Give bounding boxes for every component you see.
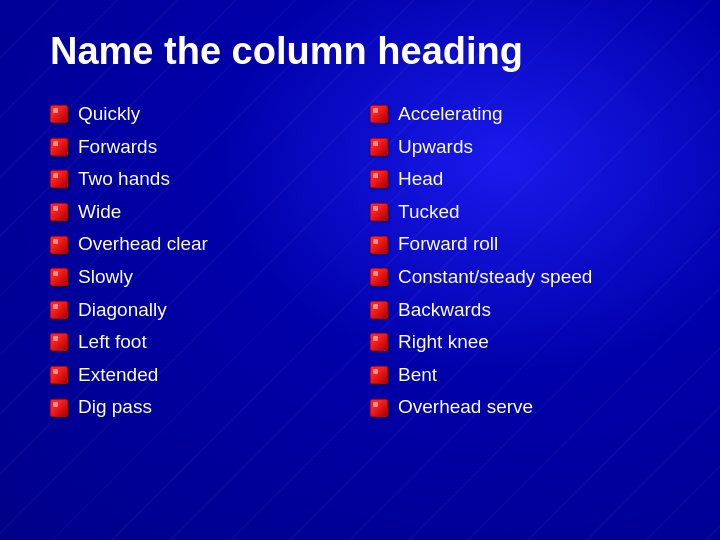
list-item-text: Two hands bbox=[78, 166, 170, 193]
right-column: AcceleratingUpwardsHeadTuckedForward rol… bbox=[370, 101, 670, 421]
left-list-item: Quickly bbox=[50, 101, 350, 128]
bullet-icon bbox=[370, 170, 388, 188]
right-list-item: Constant/steady speed bbox=[370, 264, 670, 291]
left-list-item: Wide bbox=[50, 199, 350, 226]
left-list-item: Overhead clear bbox=[50, 231, 350, 258]
list-item-text: Forward roll bbox=[398, 231, 498, 258]
list-item-text: Bent bbox=[398, 362, 437, 389]
list-item-text: Upwards bbox=[398, 134, 473, 161]
list-item-text: Dig pass bbox=[78, 394, 152, 421]
list-item-text: Forwards bbox=[78, 134, 157, 161]
right-list-item: Tucked bbox=[370, 199, 670, 226]
list-item-text: Diagonally bbox=[78, 297, 167, 324]
right-list-item: Backwards bbox=[370, 297, 670, 324]
bullet-icon bbox=[50, 366, 68, 384]
right-list-item: Upwards bbox=[370, 134, 670, 161]
bullet-icon bbox=[370, 268, 388, 286]
list-item-text: Accelerating bbox=[398, 101, 503, 128]
bullet-icon bbox=[370, 301, 388, 319]
left-list-item: Diagonally bbox=[50, 297, 350, 324]
bullet-icon bbox=[370, 236, 388, 254]
bullet-icon bbox=[50, 203, 68, 221]
left-list-item: Slowly bbox=[50, 264, 350, 291]
list-item-text: Backwards bbox=[398, 297, 491, 324]
bullet-icon bbox=[50, 170, 68, 188]
left-list-item: Left foot bbox=[50, 329, 350, 356]
bullet-icon bbox=[50, 399, 68, 417]
list-item-text: Slowly bbox=[78, 264, 133, 291]
bullet-icon bbox=[370, 105, 388, 123]
bullet-icon bbox=[50, 333, 68, 351]
left-list-item: Forwards bbox=[50, 134, 350, 161]
left-list-item: Two hands bbox=[50, 166, 350, 193]
left-list-item: Extended bbox=[50, 362, 350, 389]
list-item-text: Constant/steady speed bbox=[398, 264, 592, 291]
bullet-icon bbox=[50, 268, 68, 286]
bullet-icon bbox=[50, 138, 68, 156]
columns-container: QuicklyForwardsTwo handsWideOverhead cle… bbox=[50, 101, 670, 421]
left-column: QuicklyForwardsTwo handsWideOverhead cle… bbox=[50, 101, 350, 421]
bullet-icon bbox=[370, 333, 388, 351]
list-item-text: Left foot bbox=[78, 329, 147, 356]
bullet-icon bbox=[50, 301, 68, 319]
right-list-item: Forward roll bbox=[370, 231, 670, 258]
list-item-text: Overhead serve bbox=[398, 394, 533, 421]
bullet-icon bbox=[370, 203, 388, 221]
bullet-icon bbox=[50, 105, 68, 123]
right-list-item: Head bbox=[370, 166, 670, 193]
list-item-text: Tucked bbox=[398, 199, 460, 226]
right-list-item: Right knee bbox=[370, 329, 670, 356]
left-list-item: Dig pass bbox=[50, 394, 350, 421]
bullet-icon bbox=[370, 366, 388, 384]
list-item-text: Quickly bbox=[78, 101, 140, 128]
bullet-icon bbox=[370, 399, 388, 417]
slide-title: Name the column heading bbox=[50, 30, 670, 73]
list-item-text: Overhead clear bbox=[78, 231, 208, 258]
right-list-item: Accelerating bbox=[370, 101, 670, 128]
list-item-text: Head bbox=[398, 166, 443, 193]
bullet-icon bbox=[50, 236, 68, 254]
list-item-text: Extended bbox=[78, 362, 158, 389]
list-item-text: Wide bbox=[78, 199, 121, 226]
slide: Name the column heading QuicklyForwardsT… bbox=[0, 0, 720, 540]
bullet-icon bbox=[370, 138, 388, 156]
list-item-text: Right knee bbox=[398, 329, 489, 356]
right-list-item: Bent bbox=[370, 362, 670, 389]
right-list-item: Overhead serve bbox=[370, 394, 670, 421]
